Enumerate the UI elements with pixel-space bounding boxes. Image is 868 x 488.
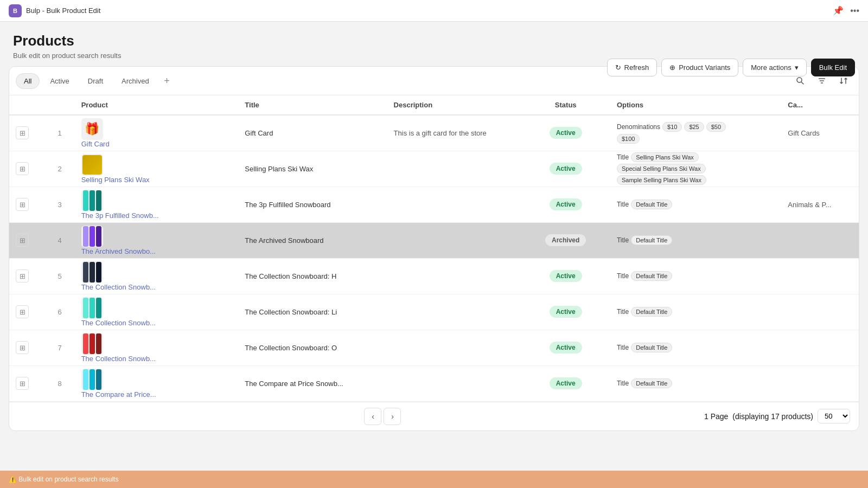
product-variants-button[interactable]: ⊕ Product Variants — [661, 59, 738, 76]
tabs: All Active Draft Archived + — [16, 73, 175, 89]
topbar-left: B Bulp - Bulk Product Edit — [9, 4, 100, 17]
category-cell — [781, 258, 859, 294]
expand-cell: ⊞ — [9, 330, 45, 365]
options-col: TitleSelling Plans Ski WaxSpecial Sellin… — [610, 151, 781, 187]
expand-button[interactable]: ⊞ — [16, 377, 29, 390]
row-number: 8 — [45, 365, 75, 401]
options-col: TitleDefault Title — [610, 294, 781, 330]
svg-point-0 — [797, 78, 802, 82]
category-text: Animals & P... — [788, 201, 831, 209]
tab-archived[interactable]: Archived — [113, 73, 157, 89]
per-page-select[interactable]: 50 25 100 — [818, 409, 850, 423]
prev-page-button[interactable]: ‹ — [364, 408, 381, 425]
variants-icon: ⊕ — [669, 63, 675, 72]
row-number: 6 — [45, 294, 75, 330]
category-cell: Gift Cards — [781, 115, 859, 151]
table-row: ⊞ 6 The Collection Snowb... The Collecti… — [9, 294, 859, 330]
product-link[interactable]: The Collection Snowb... — [81, 283, 156, 291]
options-cell: TitleDefault Title — [617, 343, 775, 352]
table-header-row: Product Title Description Status Options… — [9, 95, 859, 115]
option-label: Title — [617, 236, 629, 244]
tab-draft[interactable]: Draft — [80, 73, 111, 89]
option-tag: $25 — [684, 122, 704, 132]
product-cell-inner: The Collection Snowb... — [81, 297, 232, 327]
product-thumbnail — [81, 297, 103, 319]
expand-button[interactable]: ⊞ — [16, 269, 29, 282]
option-tag: $10 — [662, 122, 682, 132]
options-col: Denominations $10$25$50$100 — [610, 115, 781, 151]
options-col: TitleDefault Title — [610, 258, 781, 294]
col-description-header: Description — [387, 95, 521, 115]
per-page: 50 25 100 — [818, 409, 850, 423]
category-text: Gift Cards — [788, 129, 820, 137]
page-number-label: 1 Page — [704, 412, 728, 421]
description-cell — [387, 151, 521, 187]
col-status-header: Status — [521, 95, 610, 115]
status-badge: Active — [550, 342, 582, 354]
next-page-button[interactable]: › — [384, 408, 401, 425]
svg-line-1 — [802, 82, 804, 85]
row-number: 7 — [45, 330, 75, 365]
product-cell: The Collection Snowb... — [75, 330, 239, 365]
expand-button[interactable]: ⊞ — [16, 162, 29, 175]
table-row: ⊞ 2 Selling Plans Ski Wax Selling Plans … — [9, 151, 859, 187]
product-link[interactable]: The Compare at Price... — [81, 390, 156, 399]
expand-button[interactable]: ⊞ — [16, 305, 29, 318]
options-col: TitleDefault Title — [610, 222, 781, 258]
tab-all[interactable]: All — [16, 73, 40, 89]
product-cell-inner: The 3p Fulfilled Snowb... — [81, 190, 232, 220]
tab-active[interactable]: Active — [42, 73, 77, 89]
expand-button[interactable]: ⊞ — [16, 198, 29, 211]
description-cell — [387, 187, 521, 222]
product-link[interactable]: Gift Card — [81, 140, 110, 148]
product-cell: The Compare at Price... — [75, 365, 239, 401]
product-link[interactable]: The Collection Snowb... — [81, 355, 156, 363]
total-products-label: (displaying 17 products) — [732, 412, 813, 421]
product-thumbnail: 🎁 — [81, 118, 103, 140]
option-row: TitleDefault Title — [617, 200, 775, 209]
expand-button[interactable]: ⊞ — [16, 126, 29, 139]
product-cell-inner: The Compare at Price... — [81, 369, 232, 399]
more-actions-label: More actions — [751, 63, 791, 72]
option-label: Title — [617, 344, 629, 351]
tab-add-button[interactable]: + — [159, 73, 175, 88]
option-label: Denominations — [617, 123, 660, 131]
pin-icon[interactable]: 📌 — [833, 5, 844, 16]
bulk-edit-button[interactable]: Bulk Edit — [811, 59, 855, 76]
expand-cell: ⊞ — [9, 258, 45, 294]
expand-button[interactable]: ⊞ — [16, 234, 29, 247]
product-link[interactable]: The Archived Snowbo... — [81, 247, 156, 255]
col-options-header: Options — [610, 95, 781, 115]
more-actions-button[interactable]: More actions ▾ — [743, 59, 806, 76]
option-row: TitleDefault Title — [617, 343, 775, 352]
refresh-button[interactable]: ↻ Refresh — [607, 59, 658, 76]
product-cell: The 3p Fulfilled Snowb... — [75, 187, 239, 222]
description-cell — [387, 258, 521, 294]
topbar-right: 📌 ••• — [833, 5, 859, 16]
row-number: 1 — [45, 115, 75, 151]
products-table-wrapper: Product Title Description Status Options… — [9, 95, 859, 402]
app-icon: B — [9, 4, 22, 17]
product-link[interactable]: The Collection Snowb... — [81, 319, 156, 327]
table-row: ⊞ 1 🎁 Gift Card Gift Card This is a gift… — [9, 115, 859, 151]
option-tag: Default Title — [631, 271, 672, 281]
expand-button[interactable]: ⊞ — [16, 341, 29, 354]
product-link[interactable]: The 3p Fulfilled Snowb... — [81, 211, 159, 220]
app-title: Bulp - Bulk Product Edit — [26, 7, 100, 15]
product-link[interactable]: Selling Plans Ski Wax — [81, 176, 150, 184]
more-dots-icon[interactable]: ••• — [850, 6, 859, 16]
status-badge: Active — [550, 198, 582, 210]
col-product-header: Product — [75, 95, 239, 115]
row-number: 2 — [45, 151, 75, 187]
options-cell: TitleDefault Title — [617, 378, 775, 388]
row-number: 5 — [45, 258, 75, 294]
expand-cell: ⊞ — [9, 187, 45, 222]
options-cell: TitleDefault Title — [617, 271, 775, 281]
main-content: All Active Draft Archived + — [0, 66, 868, 440]
title-cell: The Collection Snowboard: O — [238, 330, 387, 365]
options-col: TitleDefault Title — [610, 330, 781, 365]
refresh-icon: ↻ — [615, 63, 621, 72]
option-row: Sample Selling Plans Ski Wax — [617, 175, 775, 185]
col-category-header: Ca... — [781, 95, 859, 115]
title-cell: The Archived Snowboard — [238, 222, 387, 258]
